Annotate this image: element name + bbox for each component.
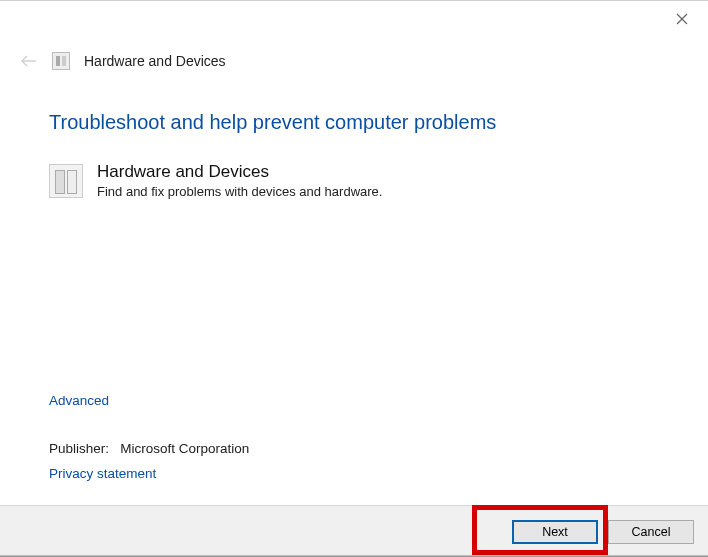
close-button[interactable] [674,11,690,27]
advanced-link[interactable]: Advanced [49,393,109,408]
cancel-button[interactable]: Cancel [608,520,694,544]
window-title: Hardware and Devices [84,53,226,69]
troubleshooter-item: Hardware and Devices Find and fix proble… [49,162,668,199]
item-title: Hardware and Devices [97,162,382,182]
publisher-row: Publisher: Microsoft Corporation [49,441,249,456]
item-description: Find and fix problems with devices and h… [97,184,382,199]
publisher-label: Publisher: [49,441,109,456]
item-text: Hardware and Devices Find and fix proble… [97,162,382,199]
hardware-devices-large-icon [49,164,83,198]
back-button [20,52,38,70]
page-heading: Troubleshoot and help prevent computer p… [49,111,668,134]
footer-bar: Next Cancel [0,505,708,557]
header: Hardware and Devices [20,52,226,70]
links-area: Advanced Publisher: Microsoft Corporatio… [49,391,249,482]
privacy-statement-link[interactable]: Privacy statement [49,466,156,481]
close-icon [676,13,688,25]
content-area: Troubleshoot and help prevent computer p… [49,111,668,199]
arrow-left-icon [20,54,38,68]
publisher-value: Microsoft Corporation [120,441,249,456]
hardware-devices-icon [52,52,70,70]
next-button[interactable]: Next [512,520,598,544]
